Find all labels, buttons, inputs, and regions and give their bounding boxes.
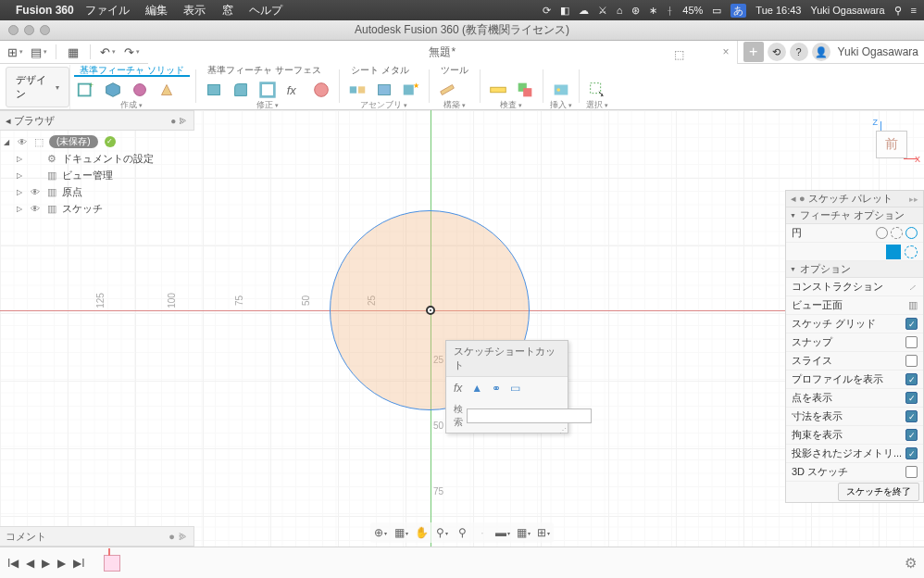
tab-tools[interactable]: ツール [435,64,474,77]
style-swatch[interactable] [905,245,918,258]
tab-title: 無題* [429,44,456,60]
viewport-icon[interactable]: ⊞ [535,524,552,541]
browser-header[interactable]: ◂ブラウザ ● ⫸ [0,110,194,131]
checkbox[interactable]: ✓ [905,447,918,459]
menu-file[interactable]: ファイル [85,4,130,17]
palette-title[interactable]: ◂ ●スケッチ パレット▸▸ [786,191,923,207]
play-ic` data-interactable=: ▶ [42,557,50,570]
palette-row[interactable]: ビュー正面▥ [786,296,923,315]
palette-section[interactable]: オプション [786,261,923,278]
palette-row-color[interactable] [786,243,923,261]
workspace-switcher[interactable]: デザイン [6,65,70,109]
search-input[interactable] [467,408,592,423]
viewcube[interactable]: Z 前 X [867,118,917,168]
svg-point-2 [134,84,146,96]
palette-row[interactable]: 投影されたジオメトリ...✓ [786,445,923,463]
traffic-lights[interactable] [0,25,50,35]
tree-root[interactable]: ◢👁⬚ (未保存)✓ [0,133,194,150]
link-icon[interactable]: ⚭ [492,382,501,395]
look-icon[interactable]: ▦ [393,524,409,541]
save-icon[interactable]: ▦ [64,44,82,60]
play-start-icon[interactable]: I◀ [7,557,19,570]
palette-row[interactable]: スライス [786,352,923,371]
menu-view[interactable]: 表示 [183,4,206,17]
status-icon: ⟳ [543,5,551,17]
app-name[interactable]: Fusion 360 [16,4,74,17]
checkbox[interactable] [905,355,918,367]
document-tab[interactable]: ⬚ 無題* × [148,41,738,64]
palette-section[interactable]: フィーチャ オプション [786,207,923,224]
finish-sketch-button[interactable]: スケッチを終了 [838,483,919,501]
play-prev-icon[interactable]: ◀ [26,557,34,570]
zoom-icon[interactable]: ⚲ [433,524,450,541]
fit-icon[interactable]: ⚲ [454,524,470,541]
pan-icon[interactable]: ✋ [413,524,430,541]
timeline-feature[interactable] [104,555,120,572]
search-icon[interactable]: ⚲ [894,5,902,17]
palette-row[interactable]: プロファイルを表示✓ [786,371,923,389]
checkbox[interactable]: ✓ [905,318,918,330]
sketch-shortcut-popup[interactable]: スケッチショートカット fx ▲ ⚭ ▭ 検索 ⋰ [445,340,568,434]
display-icon[interactable]: ▬ [494,524,511,541]
fx-icon[interactable]: fx [454,382,462,395]
color-swatch[interactable] [886,245,901,259]
resize-grip[interactable]: ⋰ [559,429,567,432]
checkbox[interactable] [905,466,918,478]
checkbox[interactable] [905,336,918,348]
tab-surface[interactable]: 基準フィーチャ サーフェス [202,64,327,77]
tree-item[interactable]: ▷▥ビュー管理 [0,167,194,183]
grid-menu-icon[interactable]: ⊞ [6,44,24,60]
undo-icon[interactable]: ↶ [98,44,117,60]
palette-row[interactable]: 拘束を表示✓ [786,426,923,445]
menu-icon[interactable]: ≡ [911,5,917,16]
rect-icon[interactable]: ▭ [510,382,520,395]
sketch-palette: ◂ ●スケッチ パレット▸▸ フィーチャ オプション 円 オプション コンストラ… [785,190,924,503]
palette-row[interactable]: 3D スケッチ [786,463,923,482]
play-next-icon[interactable]: ▶ [57,557,66,570]
checkbox[interactable]: ✓ [905,373,918,385]
user-label[interactable]: Yuki Ogasawara [838,45,918,58]
avatar-icon[interactable]: 👤 [812,43,830,61]
file-menu-icon[interactable]: ▤ [30,44,48,60]
status-icon: ◧ [560,5,569,17]
popup-title: スケッチショートカット [446,341,568,377]
svg-point-6 [314,83,328,97]
viewcube-face[interactable]: 前 [876,131,907,158]
close-tab-icon[interactable]: × [723,45,730,58]
circle-mode-icons[interactable] [876,227,918,239]
pin-icon[interactable]: ● ⫸ [169,531,188,542]
warning-icon[interactable]: ▲ [471,382,482,395]
ribbon-toolbar: デザイン 基準フィーチャ ソリッド + 作成 基準フィーチャ サーフェス fx [0,64,924,110]
tree-item[interactable]: ▷⚙ドキュメントの設定 [0,150,194,167]
tab-sheetmetal[interactable]: シート メタル [345,64,415,77]
comment-panel[interactable]: コメント ● ⫸ [0,526,194,547]
play-end-icon[interactable]: ▶I [73,557,84,570]
new-tab-button[interactable]: + [743,42,764,62]
palette-row[interactable]: スナップ [786,333,923,352]
origin-point[interactable] [426,306,435,315]
palette-row[interactable]: 寸法を表示✓ [786,408,923,426]
menu-help[interactable]: ヘルプ [249,4,282,17]
grid-icon[interactable]: ▦ [515,524,531,541]
tree-item[interactable]: ▷👁▥スケッチ [0,200,194,217]
pin-icon[interactable]: ● ⫸ [170,116,188,126]
row-label: 拘束を表示 [792,428,905,442]
tab-solid[interactable]: 基準フィーチャ ソリッド [74,64,190,77]
extensions-icon[interactable]: ⟲ [768,43,786,61]
checkbox[interactable]: ✓ [905,429,918,441]
help-icon[interactable]: ? [790,43,808,61]
palette-row[interactable]: 点を表示✓ [786,389,923,408]
checkbox[interactable]: ✓ [905,410,918,422]
checkbox[interactable]: ✓ [905,392,918,404]
redo-icon[interactable]: ↷ [122,44,141,60]
menu-edit[interactable]: 編集 [145,4,168,17]
tree-item[interactable]: ▷👁▥原点 [0,183,194,200]
row-icon[interactable]: ⟋ [907,282,918,293]
palette-row[interactable]: コンストラクション⟋ [786,278,923,296]
orbit-icon[interactable]: ⊕ [372,524,389,541]
palette-row[interactable]: スケッチ グリッド✓ [786,315,923,333]
menu-window[interactable]: 窓 [222,4,233,17]
row-icon[interactable]: ▥ [908,299,918,311]
palette-row-circle[interactable]: 円 [786,224,923,243]
settings-icon[interactable]: ⚙ [905,555,917,572]
